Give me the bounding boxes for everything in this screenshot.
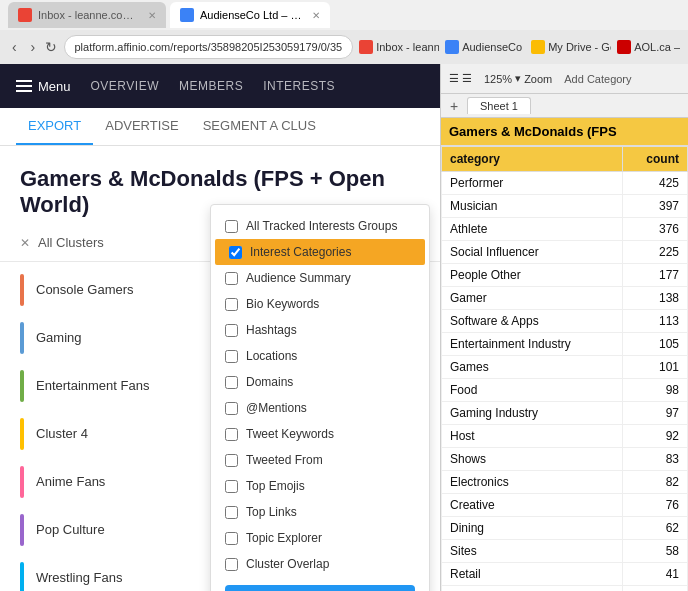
dropdown-checkbox[interactable] [225, 402, 238, 415]
bookmark-affinio[interactable]: AudienseCo Ltd –... [445, 40, 525, 54]
col-header-category: category [442, 147, 623, 172]
url-text: platform.affinio.com/reports/35898205I25… [75, 41, 343, 53]
category-cell: Performer [442, 172, 623, 195]
export-dropdown: All Tracked Interests GroupsInterest Cat… [210, 204, 430, 591]
dropdown-item-label: Hashtags [246, 323, 297, 337]
table-row: Shows 83 [442, 448, 688, 471]
cluster-dot [20, 274, 24, 306]
menu-label: Menu [38, 79, 71, 94]
dropdown-checkbox[interactable] [225, 298, 238, 311]
dropdown-item[interactable]: Audience Summary [211, 265, 429, 291]
sub-nav-segment[interactable]: SEGMENT A CLUS [191, 108, 328, 145]
dropdown-checkbox[interactable] [225, 480, 238, 493]
refresh-button[interactable]: ↻ [45, 36, 58, 58]
dropdown-item[interactable]: All Tracked Interests Groups [211, 213, 429, 239]
count-cell: 425 [622, 172, 687, 195]
dropdown-item-label: Locations [246, 349, 297, 363]
sub-nav-export[interactable]: EXPORT [16, 108, 93, 145]
affinio-tab-label: AudienseCo Ltd – Calendar [200, 9, 302, 21]
category-cell: Musician [442, 195, 623, 218]
dropdown-item[interactable]: Tweet Keywords [211, 421, 429, 447]
gmail-tab-close[interactable]: ✕ [148, 10, 156, 21]
category-cell: Channels [442, 586, 623, 592]
bookmark-aol[interactable]: AOL.ca – [617, 40, 680, 54]
dropdown-checkbox[interactable] [225, 376, 238, 389]
app-nav: Menu OVERVIEW MEMBERS INTERESTS [0, 64, 440, 108]
table-row: Games 101 [442, 356, 688, 379]
nav-overview[interactable]: OVERVIEW [91, 79, 159, 93]
zoom-caret: ▾ [515, 72, 521, 85]
export-csv-button[interactable]: Export CSV [225, 585, 415, 591]
sub-nav: EXPORT ADVERTISE SEGMENT A CLUS [0, 108, 440, 146]
table-row: Retail 41 [442, 563, 688, 586]
sheet-tab-1[interactable]: Sheet 1 [467, 97, 531, 114]
affinio-panel: Menu OVERVIEW MEMBERS INTERESTS EXPORT A… [0, 64, 440, 591]
dropdown-item[interactable]: Domains [211, 369, 429, 395]
dropdown-item[interactable]: Locations [211, 343, 429, 369]
dropdown-item[interactable]: Interest Categories [215, 239, 425, 265]
count-cell: 113 [622, 310, 687, 333]
add-category-button[interactable]: Add Category [564, 73, 631, 85]
all-clusters-text: All Clusters [38, 235, 104, 250]
gmail-tab-label: Inbox - leanne.cochrane@au... [38, 9, 138, 21]
dropdown-item[interactable]: Top Emojis [211, 473, 429, 499]
back-button[interactable]: ‹ [8, 36, 21, 58]
count-cell: 138 [622, 287, 687, 310]
bookmark-drive[interactable]: My Drive - Google... [531, 40, 611, 54]
category-cell: People Other [442, 264, 623, 287]
url-bar[interactable]: platform.affinio.com/reports/35898205I25… [64, 35, 354, 59]
table-row: Athlete 376 [442, 218, 688, 241]
dropdown-item[interactable]: Top Links [211, 499, 429, 525]
category-cell: Shows [442, 448, 623, 471]
nav-members[interactable]: MEMBERS [179, 79, 243, 93]
sheet-view-button[interactable]: ☰ ☰ [449, 72, 472, 85]
affinio-bm-icon [445, 40, 459, 54]
dropdown-item[interactable]: @Mentions [211, 395, 429, 421]
nav-interests[interactable]: INTERESTS [263, 79, 335, 93]
forward-button[interactable]: › [27, 36, 40, 58]
dropdown-checkbox[interactable] [225, 428, 238, 441]
affinio-tab-close[interactable]: ✕ [312, 10, 320, 21]
dropdown-checkbox[interactable] [225, 272, 238, 285]
sheet-title: Gamers & McDonalds (FPS [441, 118, 688, 146]
table-row: Sites 58 [442, 540, 688, 563]
dropdown-item-label: Cluster Overlap [246, 557, 329, 571]
dropdown-checkbox[interactable] [225, 324, 238, 337]
gmail-favicon [18, 8, 32, 22]
dropdown-item[interactable]: Tweeted From [211, 447, 429, 473]
browser-tabs: Inbox - leanne.cochrane@au... ✕ Audiense… [0, 0, 688, 30]
bookmarks-bar: Inbox - leanne.coc... AudienseCo Ltd –..… [359, 40, 680, 54]
dropdown-item[interactable]: Topic Explorer [211, 525, 429, 551]
category-cell: Athlete [442, 218, 623, 241]
add-sheet-button[interactable]: + [445, 97, 463, 115]
table-row: Musician 397 [442, 195, 688, 218]
browser-tab-affinio[interactable]: AudienseCo Ltd – Calendar ✕ [170, 2, 330, 28]
dropdown-item-label: Top Links [246, 505, 297, 519]
dropdown-item[interactable]: Cluster Overlap [211, 551, 429, 577]
table-row: Food 98 [442, 379, 688, 402]
count-cell: 105 [622, 333, 687, 356]
dropdown-checkbox[interactable] [225, 220, 238, 233]
dropdown-item[interactable]: Hashtags [211, 317, 429, 343]
menu-button[interactable]: Menu [16, 79, 71, 94]
count-cell: 177 [622, 264, 687, 287]
dropdown-checkbox[interactable] [225, 558, 238, 571]
dropdown-item[interactable]: Bio Keywords [211, 291, 429, 317]
sub-nav-advertise[interactable]: ADVERTISE [93, 108, 190, 145]
browser-tab-gmail[interactable]: Inbox - leanne.cochrane@au... ✕ [8, 2, 166, 28]
dropdown-checkbox[interactable] [225, 506, 238, 519]
dropdown-checkbox[interactable] [229, 246, 242, 259]
category-cell: Host [442, 425, 623, 448]
dropdown-checkbox[interactable] [225, 350, 238, 363]
bookmark-gmail[interactable]: Inbox - leanne.coc... [359, 40, 439, 54]
gmail-bm-icon [359, 40, 373, 54]
cluster-dot [20, 562, 24, 591]
affinio-favicon [180, 8, 194, 22]
category-cell: Social Influencer [442, 241, 623, 264]
view-icon: ☰ [449, 72, 459, 85]
dropdown-checkbox[interactable] [225, 532, 238, 545]
count-cell: 58 [622, 540, 687, 563]
main-layout: Menu OVERVIEW MEMBERS INTERESTS EXPORT A… [0, 64, 688, 591]
category-cell: Creative [442, 494, 623, 517]
dropdown-checkbox[interactable] [225, 454, 238, 467]
